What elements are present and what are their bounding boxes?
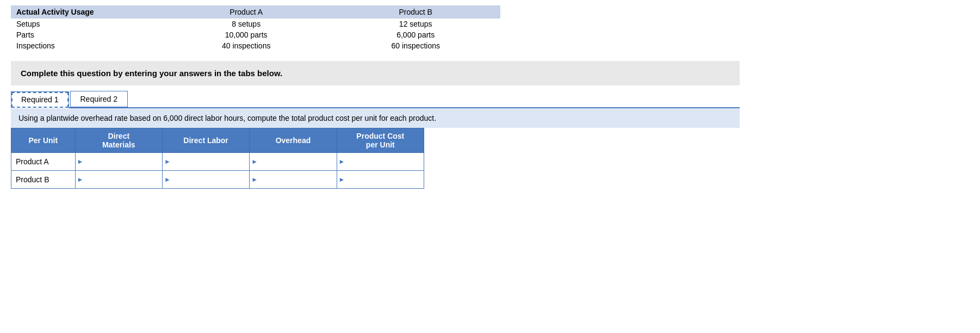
activity-usage-header: Actual Activity Usage [11, 5, 162, 18]
input-field[interactable] [259, 153, 336, 170]
col-header-0: Per Unit [11, 128, 76, 153]
product-b-header: Product B [331, 5, 500, 18]
input-cell-0-1[interactable]: ► [162, 153, 249, 171]
instruction-banner: Complete this question by entering your … [11, 61, 740, 85]
arrow-indicator: ► [77, 158, 84, 165]
tab-required-2[interactable]: Required 2 [70, 91, 128, 107]
row-label-1: Product B [11, 171, 76, 189]
activity-label: Parts [11, 29, 162, 40]
activity-label: Inspections [11, 40, 162, 51]
arrow-indicator: ► [77, 176, 84, 183]
input-field[interactable] [346, 153, 424, 170]
product-b-value: 6,000 parts [331, 29, 500, 40]
activity-usage-table: Actual Activity Usage Product A Product … [11, 5, 500, 51]
tabs-container: Required 1Required 2 [11, 91, 740, 108]
activity-row: Parts 10,000 parts 6,000 parts [11, 29, 500, 40]
input-field[interactable] [172, 153, 249, 170]
input-cell-1-2[interactable]: ► [250, 171, 337, 189]
activity-row: Setups 8 setups 12 setups [11, 18, 500, 29]
input-cell-1-3[interactable]: ► [337, 171, 424, 189]
activity-row: Inspections 40 inspections 60 inspection… [11, 40, 500, 51]
activity-label: Setups [11, 18, 162, 29]
input-field[interactable] [84, 171, 162, 188]
product-b-value: 12 setups [331, 18, 500, 29]
col-header-4: Product Costper Unit [337, 128, 424, 153]
table-row: Product A►►►► [11, 153, 424, 171]
col-header-1: DirectMaterials [75, 128, 162, 153]
product-a-header: Product A [162, 5, 331, 18]
table-row: Product B►►►► [11, 171, 424, 189]
arrow-indicator: ► [164, 158, 171, 165]
product-a-value: 10,000 parts [162, 29, 331, 40]
arrow-indicator: ► [339, 158, 345, 165]
input-cell-0-3[interactable]: ► [337, 153, 424, 171]
col-header-2: Direct Labor [162, 128, 249, 153]
arrow-indicator: ► [164, 176, 171, 183]
product-a-value: 8 setups [162, 18, 331, 29]
arrow-indicator: ► [251, 176, 258, 183]
product-a-value: 40 inspections [162, 40, 331, 51]
col-header-3: Overhead [250, 128, 337, 153]
input-field[interactable] [84, 153, 162, 170]
row-label-0: Product A [11, 153, 76, 171]
tabs-row: Required 1Required 2 [11, 91, 740, 107]
instruction-text: Complete this question by entering your … [21, 69, 282, 78]
description-text: Using a plantwide overhead rate based on… [11, 108, 740, 128]
input-field[interactable] [346, 171, 424, 188]
product-b-value: 60 inspections [331, 40, 500, 51]
arrow-indicator: ► [339, 176, 345, 183]
input-cell-0-0[interactable]: ► [75, 153, 162, 171]
input-cell-1-1[interactable]: ► [162, 171, 249, 189]
data-table: Per UnitDirectMaterialsDirect LaborOverh… [11, 128, 424, 189]
input-field[interactable] [259, 171, 336, 188]
tab-required-1[interactable]: Required 1 [11, 91, 69, 108]
arrow-indicator: ► [251, 158, 258, 165]
description-label: Using a plantwide overhead rate based on… [18, 114, 436, 122]
input-field[interactable] [172, 171, 249, 188]
input-cell-0-2[interactable]: ► [250, 153, 337, 171]
input-cell-1-0[interactable]: ► [75, 171, 162, 189]
